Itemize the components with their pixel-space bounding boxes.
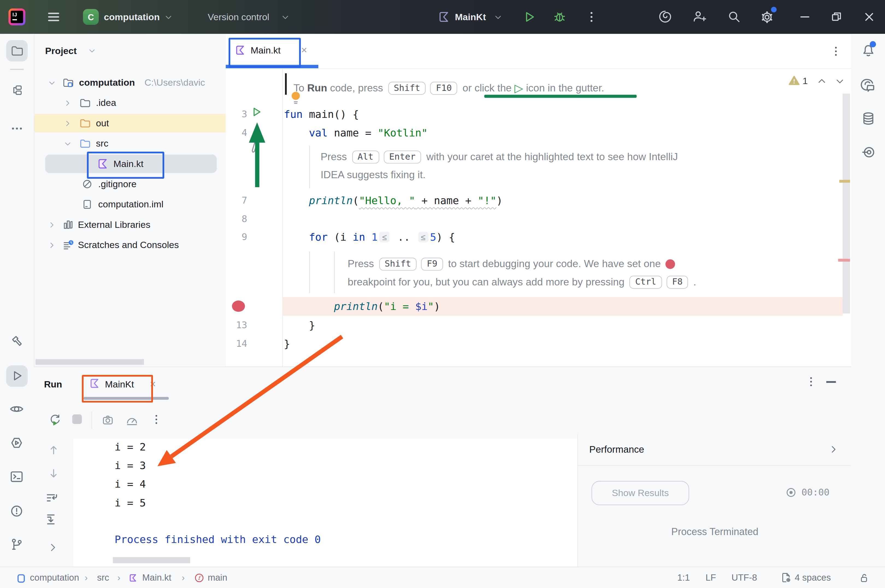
project-icon[interactable]: C (83, 9, 99, 25)
git-branch-tool-icon[interactable] (9, 537, 24, 552)
run-panel-kebab-icon[interactable] (805, 375, 817, 388)
chevron-right-icon[interactable] (828, 444, 839, 455)
code-line-13: 13 } (226, 316, 851, 334)
tree-row-scratches[interactable]: Scratches and Consoles (34, 236, 226, 254)
profiler-timer: 00:00 (801, 486, 829, 498)
show-results-button[interactable]: Show Results (592, 481, 689, 506)
run-panel-title: Run (44, 373, 62, 395)
services-tool-icon[interactable] (9, 435, 24, 450)
hide-panel-icon[interactable] (826, 381, 836, 382)
caret-position-widget[interactable]: 1:1 (677, 567, 690, 588)
problems-tool-icon[interactable] (9, 503, 24, 519)
text-caret (285, 74, 286, 95)
rerun-icon[interactable] (49, 413, 62, 426)
add-user-icon[interactable] (692, 9, 706, 24)
editor-options-kebab-icon[interactable] (830, 45, 842, 57)
left-tool-strip (0, 34, 34, 567)
run-button[interactable] (522, 10, 536, 24)
breadcrumb-function[interactable]: main (208, 567, 227, 588)
more-tool-windows-icon[interactable] (10, 122, 24, 135)
debug-button[interactable] (552, 9, 567, 24)
search-icon[interactable] (727, 9, 741, 24)
console-output[interactable]: i = 2 i = 3 i = 4 i = 5 Process finished… (74, 439, 578, 567)
console-hscrollbar[interactable] (113, 557, 190, 564)
settings-notification-dot (771, 7, 777, 12)
profiler-gauge-icon[interactable] (125, 414, 138, 427)
code-line-8: 8 (226, 210, 851, 228)
indentation-widget[interactable]: 4 spaces (795, 567, 831, 588)
gradle-icon[interactable] (860, 144, 876, 160)
warning-triangle-icon[interactable] (788, 75, 800, 87)
project-hscrollbar[interactable] (36, 359, 144, 365)
project-widget[interactable]: computation (104, 0, 160, 34)
breakpoint-icon[interactable] (232, 300, 245, 312)
warning-count[interactable]: 1 (802, 74, 808, 88)
minimize-window-icon[interactable] (798, 10, 812, 24)
close-tab-icon[interactable]: ✕ (301, 40, 307, 61)
notifications-bell-icon[interactable] (861, 43, 876, 58)
chevron-right-icon[interactable] (48, 215, 57, 234)
restore-window-icon[interactable] (830, 10, 843, 24)
error-stripe-mark[interactable] (838, 259, 850, 261)
soft-wrap-icon[interactable] (45, 490, 59, 506)
project-panel-header[interactable]: Project (45, 42, 77, 59)
annotation-box-editor-tab (229, 38, 301, 68)
console-line: i = 2 (114, 437, 146, 456)
prev-occurrence-icon[interactable] (47, 443, 61, 457)
chevron-right-icon[interactable] (48, 236, 57, 254)
tree-row-idea[interactable]: .idea (34, 94, 226, 112)
tabbar-border (226, 68, 851, 69)
chevron-down-icon[interactable] (63, 134, 72, 153)
breadcrumb-file[interactable]: Main.kt (142, 567, 172, 588)
editor-scrollbar[interactable] (843, 94, 850, 314)
terminal-tool-icon[interactable] (9, 469, 24, 484)
code-line-7: 7 println("Hello, " + name + "!") (226, 191, 851, 210)
project-tool-button[interactable] (6, 40, 28, 62)
next-warning-chevron-icon[interactable] (834, 76, 845, 87)
chevron-down-icon[interactable] (48, 74, 57, 92)
ai-assistant-chat-icon[interactable] (860, 77, 876, 93)
chevron-right-icon[interactable] (63, 94, 72, 112)
project-panel: Project computation C:\Users\davic .idea… (34, 34, 226, 366)
warning-stripe-mark[interactable] (839, 180, 850, 182)
line-separator-widget[interactable]: LF (706, 567, 716, 588)
chevron-right-icon[interactable] (63, 114, 72, 132)
next-occurrence-icon[interactable] (47, 467, 61, 480)
performance-title[interactable]: Performance (589, 434, 644, 465)
build-tool-icon[interactable] (9, 334, 24, 348)
vcs-widget[interactable]: Version control (208, 0, 269, 34)
run-gutter-icon[interactable] (250, 106, 262, 118)
tree-row-iml[interactable]: computation.iml (34, 195, 226, 214)
more-actions-icon[interactable] (585, 10, 599, 24)
breadcrumb-src[interactable]: src (97, 567, 109, 588)
ai-assistant-icon[interactable] (658, 9, 672, 24)
lock-icon[interactable] (858, 572, 870, 584)
scroll-to-end-icon[interactable] (45, 512, 59, 526)
console-options-kebab-icon[interactable] (150, 413, 163, 426)
editor-area: Main.kt ✕ To Run code, press ShiftF10 or… (226, 34, 851, 366)
module-icon (17, 574, 26, 583)
expand-console-chevron-icon[interactable] (47, 542, 59, 554)
run-tool-button[interactable] (6, 365, 28, 387)
tree-row-computation[interactable]: computation C:\Users\davic (34, 74, 226, 92)
lesson-hint-altenter-1: Press AltEnter with your caret at the hi… (321, 148, 678, 166)
thread-dump-camera-icon[interactable] (102, 414, 114, 426)
tree-row-out[interactable]: out (34, 114, 226, 132)
database-icon[interactable] (861, 111, 876, 126)
indent-file-icon (780, 572, 792, 584)
main-menu-icon[interactable] (46, 9, 61, 24)
annotation-box-run-tab (82, 375, 153, 402)
close-window-icon[interactable] (862, 10, 876, 24)
structure-tool-icon[interactable] (10, 84, 24, 97)
tree-row-src[interactable]: src (34, 134, 226, 153)
tree-row-external-libraries[interactable]: External Libraries (34, 215, 226, 234)
prev-warning-chevron-icon[interactable] (816, 76, 827, 87)
endpoints-eye-icon[interactable] (9, 401, 24, 417)
run-configuration-selector[interactable]: MainKt (455, 0, 486, 34)
encoding-widget[interactable]: UTF-8 (731, 567, 757, 588)
breadcrumb-project[interactable]: computation (30, 567, 79, 588)
code-line-14: 14 } (226, 334, 851, 353)
console-line: i = 5 (114, 494, 146, 512)
run-panel: Run MainKt ✕ (34, 366, 851, 567)
indent-guide (309, 252, 310, 293)
